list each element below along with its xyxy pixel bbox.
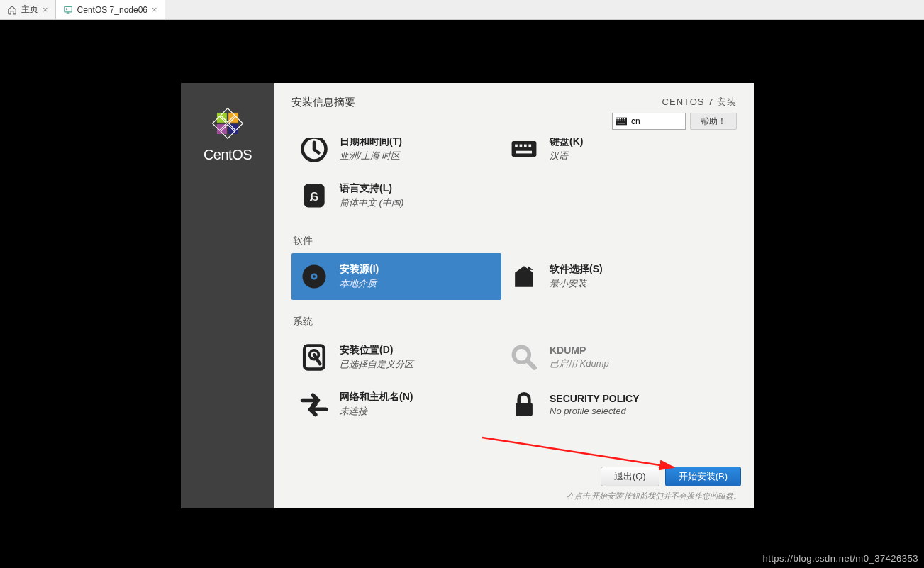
svg-rect-14	[624, 118, 625, 119]
svg-rect-23	[515, 145, 518, 147]
spoke-network[interactable]: 网络和主机名(N)未连接	[291, 381, 501, 428]
keyboard-icon	[508, 138, 540, 165]
section-system: 系统	[293, 316, 737, 328]
package-icon	[508, 261, 540, 292]
spoke-sub: 已启用 Kdump	[550, 357, 609, 370]
svg-rect-11	[618, 118, 619, 119]
keyboard-icon	[616, 117, 627, 126]
spoke-sub: 未连接	[340, 405, 413, 418]
svg-rect-13	[622, 118, 623, 119]
keyboard-layout-text: cn	[631, 116, 640, 126]
home-icon	[7, 5, 17, 15]
tab-vm-label: CentOS 7_node06	[77, 5, 147, 15]
sidebar: CentOS	[181, 83, 274, 508]
page-title: 安装信息摘要	[291, 96, 355, 109]
spoke-keyboard[interactable]: 键盘(K)汉语	[501, 138, 711, 172]
svg-rect-16	[618, 121, 619, 121]
spoke-datetime[interactable]: 日期和时间(T)亚洲/上海 时区	[291, 138, 501, 172]
search-icon	[508, 342, 540, 373]
quit-button[interactable]: 退出(Q)	[601, 467, 659, 486]
svg-rect-17	[620, 121, 621, 121]
svg-rect-10	[616, 118, 617, 119]
spoke-title: 网络和主机名(N)	[340, 391, 413, 403]
spoke-title: 安装位置(D)	[340, 344, 413, 357]
spoke-sub: No profile selected	[550, 406, 640, 416]
svg-rect-12	[620, 118, 621, 119]
spoke-title: 日期和时间(T)	[340, 138, 402, 148]
spoke-software-selection[interactable]: 软件选择(S)最小安装	[501, 253, 711, 300]
lock-icon	[508, 389, 540, 420]
language-icon: a	[299, 180, 330, 211]
tab-home[interactable]: 主页 ×	[0, 0, 56, 19]
help-button[interactable]: 帮助！	[690, 113, 737, 130]
host-tabbar: 主页 × CentOS 7_node06 ×	[0, 0, 924, 20]
spoke-title: 键盘(K)	[550, 138, 583, 148]
centos-logo: CentOS	[204, 103, 252, 163]
network-icon	[299, 389, 330, 420]
svg-rect-18	[622, 121, 623, 121]
close-icon[interactable]: ×	[152, 4, 157, 15]
spoke-sub: 汉语	[550, 150, 583, 162]
spoke-title: SECURITY POLICY	[550, 393, 640, 404]
spoke-sub: 已选择自定义分区	[340, 358, 413, 371]
vm-icon	[63, 5, 73, 15]
spoke-sub: 简体中文 (中国)	[340, 196, 403, 209]
spoke-sub: 本地介质	[340, 277, 379, 290]
product-name: CENTOS 7 安装	[662, 96, 737, 108]
svg-text:a: a	[309, 186, 318, 204]
spoke-language[interactable]: a 语言支持(L)简体中文 (中国)	[291, 172, 501, 219]
keyboard-layout-indicator[interactable]: cn	[612, 113, 686, 130]
topbar: 安装信息摘要 CENTOS 7 安装 cn 帮助！	[274, 83, 754, 138]
svg-rect-19	[624, 121, 625, 121]
spoke-title: 安装源(I)	[340, 263, 379, 276]
spoke-security-policy[interactable]: SECURITY POLICYNo profile selected	[501, 381, 711, 428]
svg-rect-0	[64, 6, 72, 12]
spoke-title: 语言支持(L)	[340, 182, 403, 195]
centos-logo-icon	[207, 103, 248, 144]
clock-icon	[299, 138, 330, 165]
footer-hint: 在点击'开始安装'按钮前我们并不会操作您的磁盘。	[567, 491, 741, 501]
begin-install-button[interactable]: 开始安装(B)	[665, 467, 741, 486]
svg-rect-26	[528, 145, 531, 147]
svg-rect-15	[616, 121, 617, 121]
footer: 退出(Q) 开始安装(B) 在点击'开始安装'按钮前我们并不会操作您的磁盘。	[274, 460, 754, 508]
svg-point-32	[313, 275, 316, 278]
spoke-sub: 最小安装	[550, 277, 603, 290]
svg-rect-20	[618, 123, 625, 123]
centos-wordmark: CentOS	[204, 147, 252, 163]
svg-rect-27	[516, 151, 532, 154]
disc-icon	[299, 261, 330, 292]
spoke-title: 软件选择(S)	[550, 263, 603, 276]
hub-content: 日期和时间(T)亚洲/上海 时区 键盘(K)汉语 a 语言支持(L)简体中文 (…	[274, 138, 754, 508]
anaconda-installer: CentOS 安装信息摘要 CENTOS 7 安装 cn 帮助！	[181, 83, 754, 508]
section-software: 软件	[293, 235, 737, 247]
spoke-kdump[interactable]: KDUMP已启用 Kdump	[501, 334, 711, 381]
spoke-title: KDUMP	[550, 345, 609, 356]
svg-rect-22	[512, 141, 537, 157]
watermark: https://blog.csdn.net/m0_37426353	[762, 553, 918, 564]
svg-rect-36	[516, 403, 533, 416]
spoke-sub: 亚洲/上海 时区	[340, 150, 402, 162]
close-icon[interactable]: ×	[43, 4, 48, 15]
svg-rect-24	[520, 145, 523, 147]
spoke-installation-destination[interactable]: 安装位置(D)已选择自定义分区	[291, 334, 501, 381]
tab-vm[interactable]: CentOS 7_node06 ×	[56, 0, 165, 19]
svg-rect-25	[524, 145, 527, 147]
tab-home-label: 主页	[21, 4, 38, 16]
hdd-icon	[299, 342, 330, 373]
main-panel: 安装信息摘要 CENTOS 7 安装 cn 帮助！ 日期和时间	[274, 83, 754, 508]
spoke-install-source[interactable]: 安装源(I)本地介质	[291, 253, 501, 300]
